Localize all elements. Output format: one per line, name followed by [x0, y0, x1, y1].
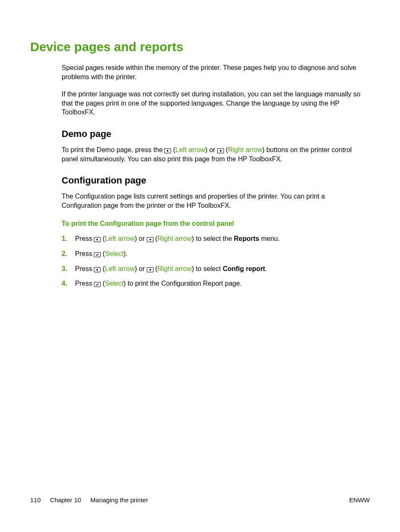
footer-page-number: 110 [30, 496, 41, 504]
intro-paragraph-2: If the printer language was not correctl… [62, 90, 366, 117]
step-2: 2. Press (Select). [62, 249, 366, 258]
page-title: Device pages and reports [30, 40, 370, 54]
svg-marker-4 [96, 269, 98, 271]
left-arrow-label: Left arrow [105, 235, 135, 242]
step-number: 1. [62, 234, 75, 243]
right-arrow-icon [217, 148, 224, 153]
select-icon [94, 282, 101, 287]
demo-page-text: To print the Demo page, press the (Left … [62, 145, 366, 163]
left-arrow-label: Left arrow [105, 265, 135, 272]
intro-paragraph-1: Special pages reside within the memory o… [62, 63, 366, 81]
right-arrow-label: Right arrow [228, 146, 262, 153]
right-arrow-icon [147, 237, 153, 242]
right-arrow-label: Right arrow [158, 265, 192, 272]
configuration-subheading: To print the Configuration page from the… [62, 220, 366, 227]
select-label: Select [105, 280, 123, 287]
page-footer: 110 Chapter 10 Managing the printer ENWW [30, 496, 370, 504]
configuration-page-heading: Configuration page [62, 175, 366, 186]
right-arrow-label: Right arrow [158, 235, 192, 242]
footer-right: ENWW [349, 496, 370, 504]
select-icon [94, 252, 101, 257]
step-3: 3. Press (Left arrow) or (Right arrow) t… [62, 264, 366, 274]
left-arrow-icon [164, 148, 171, 153]
step-number: 4. [62, 279, 75, 288]
demo-page-heading: Demo page [62, 129, 366, 139]
footer-section: Managing the printer [91, 496, 148, 504]
footer-chapter: Chapter 10 [50, 496, 81, 504]
svg-marker-1 [220, 150, 222, 152]
configuration-page-text: The Configuration page lists current set… [62, 192, 366, 210]
right-arrow-icon [147, 267, 153, 272]
step-1: 1. Press (Left arrow) or (Right arrow) t… [62, 234, 366, 243]
select-label: Select [105, 250, 123, 257]
step-4: 4. Press (Select) to print the Configura… [62, 279, 366, 288]
steps-list: 1. Press (Left arrow) or (Right arrow) t… [62, 234, 366, 288]
svg-marker-2 [96, 238, 98, 241]
step-number: 2. [62, 249, 75, 258]
step-number: 3. [62, 264, 75, 274]
left-arrow-icon [94, 237, 101, 242]
left-arrow-icon [94, 267, 101, 272]
svg-marker-5 [150, 269, 151, 271]
svg-marker-0 [166, 150, 168, 152]
svg-marker-3 [150, 238, 151, 241]
left-arrow-label: Left arrow [175, 146, 205, 153]
